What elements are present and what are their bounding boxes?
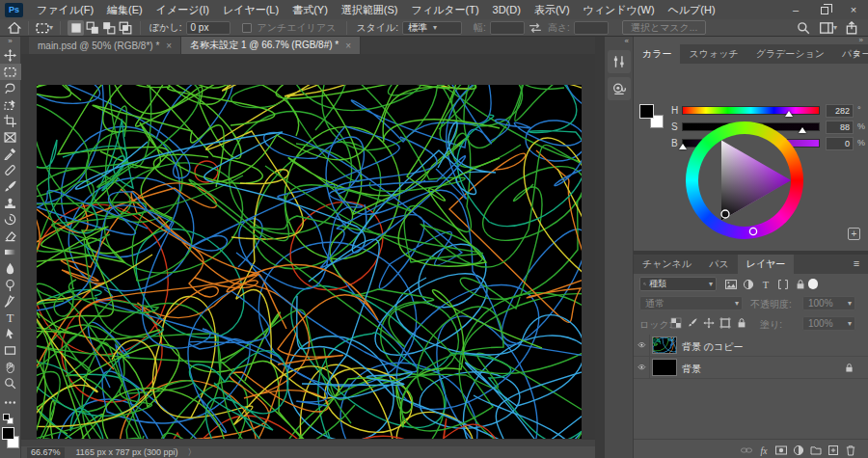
panel-tab[interactable]: レイヤー — [738, 255, 795, 274]
tool-button[interactable] — [0, 47, 21, 64]
layer-thumbnail[interactable] — [653, 337, 676, 353]
new-group-button[interactable] — [809, 444, 823, 456]
fill-field[interactable]: 100% ▾ — [802, 316, 855, 331]
delete-layer-button[interactable] — [844, 444, 857, 456]
filter-shape-icon[interactable] — [775, 278, 790, 291]
tool-button[interactable]: T — [0, 310, 21, 326]
foreground-color-swatch[interactable] — [639, 104, 654, 119]
opacity-field[interactable]: 100% ▾ — [802, 296, 855, 310]
slider-handle[interactable] — [785, 107, 793, 117]
menu-item[interactable]: レイヤー(L) — [216, 4, 285, 15]
antialias-checkbox[interactable] — [242, 23, 252, 33]
layer-visibility-toggle[interactable] — [634, 335, 650, 357]
panel-tab[interactable]: チャンネル — [634, 255, 700, 274]
toolbar-expand-button[interactable]: » — [0, 37, 20, 47]
height-input[interactable] — [574, 21, 609, 35]
panel-tab[interactable]: スウォッチ — [680, 44, 746, 64]
new-layer-button[interactable] — [827, 444, 840, 456]
selection-new-button[interactable] — [68, 20, 84, 36]
libraries-panel-button[interactable] — [608, 77, 631, 100]
blend-mode-select[interactable]: 通常 ▾ — [639, 296, 743, 310]
tool-button[interactable] — [0, 113, 21, 129]
layer-filter-select[interactable]: 種類 ▾ — [639, 277, 717, 291]
tool-button[interactable] — [0, 260, 21, 277]
tool-button[interactable] — [0, 244, 21, 260]
filter-smartobject-icon[interactable] — [793, 278, 807, 291]
tool-button[interactable] — [0, 359, 21, 375]
filter-toggle[interactable] — [808, 279, 818, 289]
search-icon[interactable] — [797, 21, 810, 35]
document-tab[interactable]: main.psd @ 50% (RGB/8*) * × — [29, 37, 181, 54]
layer-name[interactable]: 背景 — [682, 363, 701, 376]
foreground-color-swatch[interactable] — [2, 427, 14, 440]
tool-button[interactable] — [0, 80, 21, 96]
home-icon[interactable] — [8, 21, 21, 35]
layer-row[interactable]: 背景 — [634, 357, 868, 379]
select-and-mask-button[interactable]: 選択とマスク... — [622, 20, 706, 35]
lock-pixels-icon[interactable] — [687, 317, 698, 329]
panel-tab[interactable]: パス — [700, 255, 737, 274]
tool-button[interactable] — [0, 96, 21, 113]
filter-adjustment-icon[interactable] — [741, 278, 755, 291]
tool-button[interactable] — [0, 129, 21, 146]
zoom-level-field[interactable]: 66.67% — [27, 447, 65, 458]
layers-panel-menu-icon[interactable]: ≡ — [849, 257, 864, 269]
slider-value-field[interactable]: 88 — [826, 121, 854, 134]
restore-button[interactable] — [810, 0, 839, 19]
filter-image-icon[interactable] — [723, 278, 738, 291]
style-select[interactable]: 標準 ▾ — [402, 21, 462, 35]
slider-track[interactable] — [682, 106, 820, 115]
lock-all-icon[interactable] — [736, 317, 747, 329]
selection-intersect-button[interactable] — [117, 20, 133, 36]
adjustment-layer-button[interactable] — [792, 444, 805, 456]
canvas[interactable] — [37, 85, 582, 454]
menu-item[interactable]: ウィンドウ(W) — [577, 4, 662, 15]
menu-item[interactable]: イメージ(I) — [149, 4, 216, 15]
tool-button[interactable] — [0, 178, 21, 195]
filter-type-icon[interactable]: T — [758, 278, 773, 291]
tool-button[interactable] — [0, 342, 21, 359]
expand-dock-button[interactable]: » — [634, 37, 868, 44]
ring-selector[interactable] — [749, 228, 756, 234]
tool-button[interactable] — [0, 277, 21, 293]
minimize-button[interactable]: – — [781, 0, 810, 19]
default-colors-button[interactable] — [0, 413, 21, 426]
selection-add-button[interactable] — [84, 20, 100, 36]
slider-value-field[interactable]: 282 — [826, 104, 854, 118]
tool-button[interactable] — [0, 162, 21, 178]
edit-toolbar-button[interactable] — [0, 394, 21, 411]
collapse-dock-button[interactable]: « — [605, 37, 633, 46]
color-panel-menu-icon[interactable]: ≡ — [849, 47, 864, 59]
tool-button[interactable] — [0, 326, 21, 342]
color-swatch-control[interactable] — [0, 427, 21, 452]
close-tab-icon[interactable]: × — [345, 40, 351, 51]
close-button[interactable]: × — [839, 0, 868, 19]
panel-tab[interactable]: カラー — [634, 44, 680, 64]
tool-preset-button[interactable]: ▾ — [36, 21, 53, 35]
properties-panel-button[interactable] — [608, 50, 631, 73]
tool-button[interactable] — [0, 64, 21, 80]
menu-item[interactable]: 選択範囲(S) — [335, 4, 405, 15]
lock-position-icon[interactable] — [703, 317, 715, 329]
document-tab[interactable]: 名称未設定 1 @ 66.7% (RGB/8#) * × — [181, 37, 361, 54]
feather-input[interactable]: 0 px — [186, 21, 231, 35]
menu-item[interactable]: 書式(Y) — [285, 4, 335, 15]
menu-item[interactable]: ヘルプ(H) — [662, 4, 722, 15]
tool-button[interactable] — [0, 293, 21, 310]
share-icon[interactable] — [845, 21, 858, 35]
slider-value-field[interactable]: 0 — [826, 137, 854, 150]
tool-button[interactable] — [0, 195, 21, 211]
horizontal-scrollbar[interactable] — [21, 439, 595, 446]
width-input[interactable] — [490, 21, 525, 35]
lock-artboard-icon[interactable] — [719, 317, 731, 329]
menu-item[interactable]: 表示(V) — [528, 4, 577, 15]
layer-name[interactable]: 背景 のコピー — [682, 340, 743, 354]
tool-button[interactable] — [0, 211, 21, 228]
menu-item[interactable]: フィルター(T) — [404, 4, 485, 15]
layer-style-button[interactable]: fx — [757, 444, 771, 456]
layer-row[interactable]: 背景 のコピー — [634, 335, 868, 357]
close-tab-icon[interactable]: × — [166, 40, 172, 51]
swap-dimensions-icon[interactable] — [529, 21, 542, 35]
panel-tab[interactable]: グラデーション — [747, 44, 833, 64]
menu-item[interactable]: 3D(D) — [486, 4, 528, 15]
